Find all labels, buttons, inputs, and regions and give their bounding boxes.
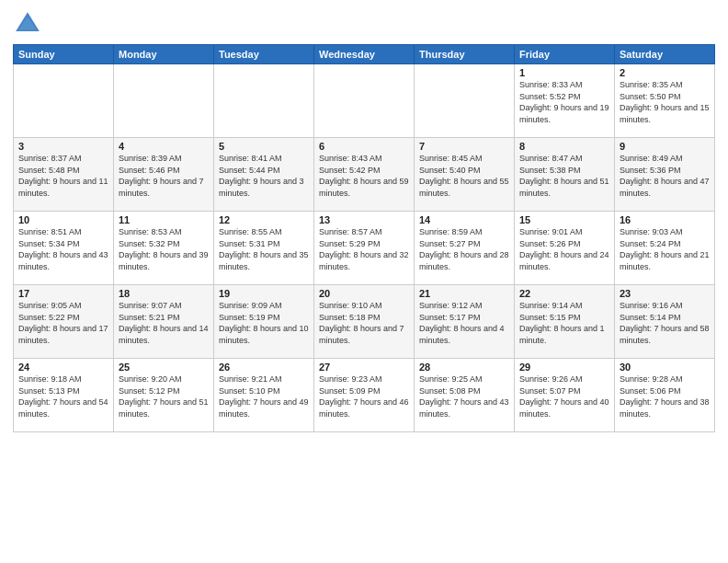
logo	[13, 9, 46, 39]
calendar-week-2: 10Sunrise: 8:51 AM Sunset: 5:34 PM Dayli…	[14, 212, 715, 285]
page: SundayMondayTuesdayWednesdayThursdayFrid…	[0, 0, 728, 563]
calendar-cell	[114, 64, 214, 138]
calendar-cell: 2Sunrise: 8:35 AM Sunset: 5:50 PM Daylig…	[615, 64, 715, 138]
calendar-table: SundayMondayTuesdayWednesdayThursdayFrid…	[13, 44, 715, 432]
day-info: Sunrise: 9:03 AM Sunset: 5:24 PM Dayligh…	[620, 226, 710, 272]
day-number: 5	[219, 141, 309, 152]
calendar-cell: 13Sunrise: 8:57 AM Sunset: 5:29 PM Dayli…	[314, 212, 415, 285]
day-info: Sunrise: 9:18 AM Sunset: 5:13 PM Dayligh…	[18, 373, 108, 419]
calendar-cell: 22Sunrise: 9:14 AM Sunset: 5:15 PM Dayli…	[515, 285, 615, 359]
calendar-cell: 17Sunrise: 9:05 AM Sunset: 5:22 PM Dayli…	[14, 285, 114, 359]
calendar-header-sunday: Sunday	[14, 45, 114, 64]
day-info: Sunrise: 9:28 AM Sunset: 5:06 PM Dayligh…	[620, 373, 710, 419]
calendar-week-3: 17Sunrise: 9:05 AM Sunset: 5:22 PM Dayli…	[14, 285, 715, 359]
calendar-cell: 25Sunrise: 9:20 AM Sunset: 5:12 PM Dayli…	[114, 359, 214, 432]
day-number: 11	[119, 214, 209, 225]
calendar-cell: 20Sunrise: 9:10 AM Sunset: 5:18 PM Dayli…	[314, 285, 415, 359]
day-info: Sunrise: 8:41 AM Sunset: 5:44 PM Dayligh…	[219, 153, 309, 199]
calendar-cell: 18Sunrise: 9:07 AM Sunset: 5:21 PM Dayli…	[114, 285, 214, 359]
calendar-cell: 8Sunrise: 8:47 AM Sunset: 5:38 PM Daylig…	[515, 138, 615, 212]
day-info: Sunrise: 8:59 AM Sunset: 5:27 PM Dayligh…	[419, 226, 509, 272]
calendar-cell: 23Sunrise: 9:16 AM Sunset: 5:14 PM Dayli…	[615, 285, 715, 359]
day-info: Sunrise: 8:51 AM Sunset: 5:34 PM Dayligh…	[18, 226, 108, 272]
day-number: 4	[119, 141, 209, 152]
calendar-cell: 12Sunrise: 8:55 AM Sunset: 5:31 PM Dayli…	[214, 212, 314, 285]
day-number: 14	[419, 214, 509, 225]
day-number: 23	[620, 288, 710, 299]
day-info: Sunrise: 8:53 AM Sunset: 5:32 PM Dayligh…	[119, 226, 209, 272]
day-number: 3	[18, 141, 108, 152]
day-number: 25	[119, 362, 209, 373]
calendar-cell: 14Sunrise: 8:59 AM Sunset: 5:27 PM Dayli…	[415, 212, 515, 285]
day-number: 16	[620, 214, 710, 225]
calendar-cell: 26Sunrise: 9:21 AM Sunset: 5:10 PM Dayli…	[214, 359, 314, 432]
calendar-cell: 3Sunrise: 8:37 AM Sunset: 5:48 PM Daylig…	[14, 138, 114, 212]
calendar-week-4: 24Sunrise: 9:18 AM Sunset: 5:13 PM Dayli…	[14, 359, 715, 432]
day-number: 2	[620, 67, 710, 78]
day-number: 15	[519, 214, 609, 225]
day-info: Sunrise: 8:45 AM Sunset: 5:40 PM Dayligh…	[419, 153, 509, 199]
day-number: 17	[18, 288, 108, 299]
day-number: 10	[18, 214, 108, 225]
day-info: Sunrise: 9:05 AM Sunset: 5:22 PM Dayligh…	[18, 300, 108, 346]
calendar-cell: 28Sunrise: 9:25 AM Sunset: 5:08 PM Dayli…	[415, 359, 515, 432]
calendar-cell	[415, 64, 515, 138]
calendar-cell	[14, 64, 114, 138]
day-number: 12	[219, 214, 309, 225]
calendar-header-monday: Monday	[114, 45, 214, 64]
day-info: Sunrise: 9:25 AM Sunset: 5:08 PM Dayligh…	[419, 373, 509, 419]
day-info: Sunrise: 9:07 AM Sunset: 5:21 PM Dayligh…	[119, 300, 209, 346]
day-info: Sunrise: 9:14 AM Sunset: 5:15 PM Dayligh…	[519, 300, 609, 346]
calendar-cell: 15Sunrise: 9:01 AM Sunset: 5:26 PM Dayli…	[515, 212, 615, 285]
calendar-header-friday: Friday	[515, 45, 615, 64]
day-info: Sunrise: 8:37 AM Sunset: 5:48 PM Dayligh…	[18, 153, 108, 199]
calendar-cell: 5Sunrise: 8:41 AM Sunset: 5:44 PM Daylig…	[214, 138, 314, 212]
day-number: 13	[319, 214, 409, 225]
calendar-cell: 1Sunrise: 8:33 AM Sunset: 5:52 PM Daylig…	[515, 64, 615, 138]
day-info: Sunrise: 9:12 AM Sunset: 5:17 PM Dayligh…	[419, 300, 509, 346]
day-info: Sunrise: 9:23 AM Sunset: 5:09 PM Dayligh…	[319, 373, 409, 419]
calendar-header-thursday: Thursday	[415, 45, 515, 64]
calendar-cell: 27Sunrise: 9:23 AM Sunset: 5:09 PM Dayli…	[314, 359, 415, 432]
calendar-week-0: 1Sunrise: 8:33 AM Sunset: 5:52 PM Daylig…	[14, 64, 715, 138]
day-info: Sunrise: 8:55 AM Sunset: 5:31 PM Dayligh…	[219, 226, 309, 272]
day-info: Sunrise: 9:01 AM Sunset: 5:26 PM Dayligh…	[519, 226, 609, 272]
day-info: Sunrise: 9:09 AM Sunset: 5:19 PM Dayligh…	[219, 300, 309, 346]
day-number: 18	[119, 288, 209, 299]
day-number: 20	[319, 288, 409, 299]
day-number: 7	[419, 141, 509, 152]
calendar-cell	[214, 64, 314, 138]
day-info: Sunrise: 9:21 AM Sunset: 5:10 PM Dayligh…	[219, 373, 309, 419]
day-number: 21	[419, 288, 509, 299]
logo-icon	[13, 9, 42, 39]
calendar-cell	[314, 64, 415, 138]
calendar-header-wednesday: Wednesday	[314, 45, 415, 64]
day-info: Sunrise: 9:20 AM Sunset: 5:12 PM Dayligh…	[119, 373, 209, 419]
day-number: 19	[219, 288, 309, 299]
header	[13, 9, 715, 39]
calendar-cell: 16Sunrise: 9:03 AM Sunset: 5:24 PM Dayli…	[615, 212, 715, 285]
calendar-cell: 7Sunrise: 8:45 AM Sunset: 5:40 PM Daylig…	[415, 138, 515, 212]
day-info: Sunrise: 8:33 AM Sunset: 5:52 PM Dayligh…	[519, 79, 609, 125]
day-info: Sunrise: 8:49 AM Sunset: 5:36 PM Dayligh…	[620, 153, 710, 199]
day-number: 8	[519, 141, 609, 152]
day-number: 9	[620, 141, 710, 152]
calendar-cell: 6Sunrise: 8:43 AM Sunset: 5:42 PM Daylig…	[314, 138, 415, 212]
day-number: 30	[620, 362, 710, 373]
calendar-cell: 21Sunrise: 9:12 AM Sunset: 5:17 PM Dayli…	[415, 285, 515, 359]
calendar-cell: 24Sunrise: 9:18 AM Sunset: 5:13 PM Dayli…	[14, 359, 114, 432]
calendar-week-1: 3Sunrise: 8:37 AM Sunset: 5:48 PM Daylig…	[14, 138, 715, 212]
calendar-cell: 9Sunrise: 8:49 AM Sunset: 5:36 PM Daylig…	[615, 138, 715, 212]
day-number: 1	[519, 67, 609, 78]
day-number: 22	[519, 288, 609, 299]
day-number: 6	[319, 141, 409, 152]
day-number: 29	[519, 362, 609, 373]
calendar-header-saturday: Saturday	[615, 45, 715, 64]
calendar-cell: 30Sunrise: 9:28 AM Sunset: 5:06 PM Dayli…	[615, 359, 715, 432]
day-info: Sunrise: 9:10 AM Sunset: 5:18 PM Dayligh…	[319, 300, 409, 346]
day-number: 27	[319, 362, 409, 373]
day-info: Sunrise: 9:26 AM Sunset: 5:07 PM Dayligh…	[519, 373, 609, 419]
calendar-cell: 10Sunrise: 8:51 AM Sunset: 5:34 PM Dayli…	[14, 212, 114, 285]
day-info: Sunrise: 8:43 AM Sunset: 5:42 PM Dayligh…	[319, 153, 409, 199]
day-info: Sunrise: 8:39 AM Sunset: 5:46 PM Dayligh…	[119, 153, 209, 199]
